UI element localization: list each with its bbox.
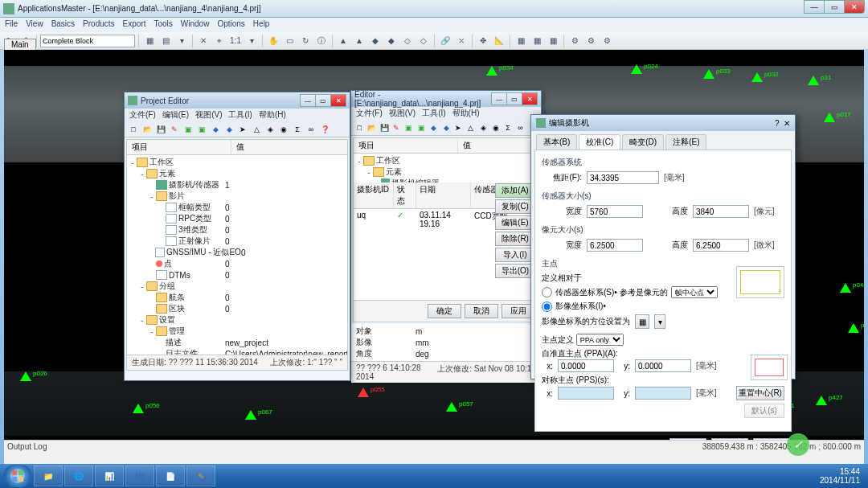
menu-export[interactable]: Export bbox=[123, 19, 146, 31]
proc1-icon[interactable]: ⚙ bbox=[567, 34, 582, 48]
sigma-icon[interactable]: Σ bbox=[502, 121, 514, 134]
new-icon[interactable]: □ bbox=[127, 123, 140, 136]
pps-y-input[interactable] bbox=[635, 387, 691, 400]
block-combo[interactable] bbox=[40, 35, 135, 47]
sensor-width-input[interactable] bbox=[587, 205, 643, 218]
dropdown2-icon[interactable]: ▾ bbox=[244, 34, 259, 48]
menu-window[interactable]: Window bbox=[181, 19, 210, 31]
marker-p033[interactable]: p033 bbox=[703, 69, 714, 80]
diam-icon[interactable]: ◈ bbox=[264, 123, 276, 136]
dlg-titlebar[interactable]: 编辑摄影机 ? ✕ bbox=[531, 115, 795, 131]
sigma-icon[interactable]: Σ bbox=[291, 123, 304, 136]
edit-icon[interactable]: ✎ bbox=[391, 121, 402, 134]
tool1-icon[interactable]: ▲ bbox=[336, 34, 350, 48]
tri-icon[interactable]: △ bbox=[250, 123, 263, 136]
marker-p017[interactable]: p017 bbox=[824, 113, 835, 124]
group3-icon[interactable]: ▦ bbox=[546, 34, 560, 48]
tree-row[interactable]: -工作区 bbox=[355, 155, 537, 166]
defaults-button[interactable]: 默认(s) bbox=[744, 404, 784, 418]
task-ie[interactable]: 🌐 bbox=[64, 465, 93, 486]
pixel-height-input[interactable] bbox=[693, 239, 749, 252]
img2-icon[interactable]: ▣ bbox=[416, 121, 427, 134]
open-icon[interactable]: 📂 bbox=[141, 123, 154, 136]
project-editor[interactable]: Project Editor — ▭ ✕ 文件(F) 编辑(E) 视图(V) 工… bbox=[124, 92, 350, 381]
focal-input[interactable] bbox=[587, 171, 659, 184]
marker-p034[interactable]: p034 bbox=[486, 66, 497, 77]
arrow-icon[interactable]: ➤ bbox=[452, 121, 464, 134]
new-icon[interactable]: □ bbox=[354, 121, 365, 134]
maximize-button[interactable]: ▭ bbox=[824, 0, 845, 14]
tool2-icon[interactable]: ▲ bbox=[352, 34, 366, 48]
move-icon[interactable]: ✥ bbox=[476, 34, 490, 48]
task-app2[interactable]: 📄 bbox=[156, 465, 185, 486]
help-icon[interactable]: ❓ bbox=[318, 123, 331, 136]
pan-icon[interactable]: ✋ bbox=[266, 34, 280, 48]
pe2-max[interactable]: ▭ bbox=[506, 92, 522, 105]
img-icon[interactable]: ▣ bbox=[195, 123, 208, 136]
orient-dropdown[interactable]: ▾ bbox=[654, 314, 665, 329]
cam-side-btn-2[interactable]: 编辑(E) bbox=[495, 215, 535, 230]
cam-icon[interactable]: ▣ bbox=[182, 123, 194, 136]
tool4-icon[interactable]: ◆ bbox=[384, 34, 399, 48]
marker-p0432[interactable]: p0432 bbox=[840, 283, 851, 294]
start-button[interactable] bbox=[3, 465, 32, 487]
tri2-icon[interactable]: △ bbox=[465, 121, 477, 134]
circ-icon[interactable]: ◉ bbox=[277, 123, 290, 136]
tree-row[interactable]: -元素 bbox=[129, 168, 346, 179]
task-explorer[interactable]: 📁 bbox=[34, 465, 63, 486]
rotate-icon[interactable]: ↻ bbox=[298, 34, 313, 48]
sensor-height-input[interactable] bbox=[693, 205, 749, 218]
cam-side-btn-0[interactable]: 添加(A) bbox=[495, 183, 535, 198]
marker-p057[interactable]: p057 bbox=[446, 402, 457, 413]
menu-view[interactable]: View bbox=[26, 19, 43, 31]
tree-row[interactable]: -影片 bbox=[129, 191, 346, 202]
pt-icon[interactable]: ◆ bbox=[428, 121, 439, 134]
menu-options[interactable]: Options bbox=[217, 19, 244, 31]
tree-row[interactable]: 正射像片0 bbox=[129, 236, 346, 247]
task-app1[interactable]: 📊 bbox=[95, 465, 124, 486]
save-icon[interactable]: 💾 bbox=[379, 121, 390, 134]
dlg-help[interactable]: ? bbox=[775, 119, 780, 128]
dlg-close[interactable]: ✕ bbox=[784, 119, 790, 128]
layers-icon[interactable]: ▤ bbox=[158, 34, 173, 48]
tree-row[interactable]: 摄影机/传感器1 bbox=[129, 179, 346, 191]
link-icon[interactable]: 🔗 bbox=[438, 34, 452, 48]
output-log-label[interactable]: Output Log bbox=[7, 442, 47, 451]
pe2-close[interactable]: ✕ bbox=[522, 92, 538, 105]
select-icon[interactable]: ▭ bbox=[282, 34, 297, 48]
arrow-icon[interactable]: ➤ bbox=[236, 123, 249, 136]
cam2-icon[interactable]: ▣ bbox=[403, 121, 415, 134]
pe2-min[interactable]: — bbox=[491, 92, 507, 105]
project-editor-2[interactable]: Editor - [E:\nanjiang_data\...\nanjiang_… bbox=[350, 90, 542, 381]
cam-side-btn-4[interactable]: 导入(I) bbox=[495, 248, 535, 262]
tool3-icon[interactable]: ◆ bbox=[368, 34, 383, 48]
pps-x-input[interactable] bbox=[558, 387, 614, 400]
image-coord-radio[interactable] bbox=[542, 301, 552, 312]
marker-p427[interactable]: p427 bbox=[816, 396, 827, 407]
menu-basics[interactable]: Basics bbox=[51, 19, 75, 31]
gps-icon[interactable]: ◆ bbox=[223, 123, 235, 136]
proc3-icon[interactable]: ⚙ bbox=[600, 34, 614, 48]
tree-row[interactable]: 航条0 bbox=[129, 292, 346, 303]
group2-icon[interactable]: ▦ bbox=[530, 34, 544, 48]
tool6-icon[interactable]: ◇ bbox=[416, 34, 431, 48]
pixel-width-input[interactable] bbox=[587, 239, 643, 252]
app-titlebar[interactable]: ApplicationsMaster - [E:\nanjiang_data\.… bbox=[0, 0, 868, 18]
sensor-coord-radio[interactable] bbox=[542, 287, 552, 297]
minimize-button[interactable]: — bbox=[804, 0, 825, 14]
cam-foot-btn-1[interactable]: 取消 bbox=[465, 304, 498, 318]
tree-row[interactable]: 日志文件C:\Users\Administrator\new_report.lo… bbox=[129, 348, 346, 355]
pe-max[interactable]: ▭ bbox=[315, 94, 331, 107]
task-word[interactable]: W bbox=[125, 465, 154, 486]
tree-row[interactable]: 描述new_project bbox=[129, 337, 346, 348]
proc2-icon[interactable]: ⚙ bbox=[583, 34, 598, 48]
marker-p067[interactable]: p067 bbox=[245, 410, 256, 421]
link-icon[interactable]: ∞ bbox=[305, 123, 317, 136]
edit-icon[interactable]: ✎ bbox=[168, 123, 181, 136]
tree-row[interactable]: GNSS/IMU - 近似EO0 bbox=[129, 247, 346, 258]
marker-p026[interactable]: p026 bbox=[20, 371, 31, 383]
marker-p024[interactable]: p024 bbox=[631, 64, 642, 76]
tree-row[interactable]: DTMs0 bbox=[129, 269, 346, 281]
group1-icon[interactable]: ▦ bbox=[514, 34, 528, 48]
menu-file[interactable]: File bbox=[5, 19, 18, 31]
